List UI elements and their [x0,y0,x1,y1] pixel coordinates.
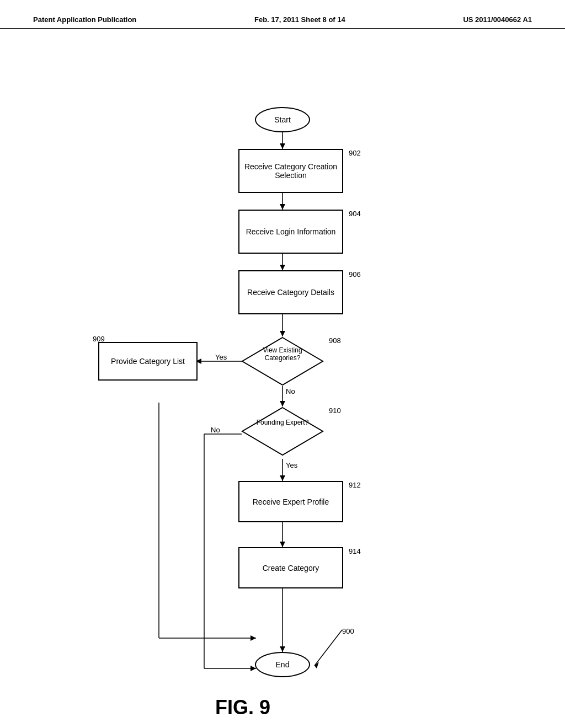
svg-marker-7 [280,331,285,336]
svg-marker-3 [280,204,285,210]
header-center: Feb. 17, 2011 Sheet 8 of 14 [254,15,345,24]
svg-line-25 [315,630,342,666]
diagram-area: Start Receive Category CreationSelection… [0,29,565,707]
ref-909: 909 [93,335,105,343]
ref-908: 908 [329,336,341,345]
ref-900: 900 [342,627,354,635]
svg-marker-5 [280,265,285,270]
node-910-diamond [241,406,324,456]
ref-904: 904 [349,210,361,218]
node-908-diamond [241,336,324,386]
node-910-container: Founding Expert? [241,406,324,456]
svg-marker-28 [242,408,323,455]
svg-marker-24 [280,646,285,652]
node-912: Receive Expert Profile [238,481,343,522]
node-902-label: Receive Category CreationSelection [244,162,337,180]
header-right: US 2011/0040662 A1 [463,15,532,24]
end-shape: End [255,652,310,677]
node-906: Receive Category Details [238,270,343,314]
svg-marker-20 [280,475,285,481]
svg-marker-11 [280,401,285,406]
svg-marker-1 [280,143,285,149]
no-label-908: No [286,387,295,395]
page-header: Patent Application Publication Feb. 17, … [0,0,565,29]
svg-marker-27 [242,338,323,385]
node-909: Provide Category List [98,342,198,381]
node-914: Create Category [238,547,343,588]
ref-910: 910 [329,406,341,415]
no-label-910: No [211,426,220,434]
svg-marker-14 [250,635,256,641]
header-left: Patent Application Publication [33,15,136,24]
yes-label-908: Yes [215,353,227,361]
node-908-container: View Existing Categories? [241,336,324,386]
ref-914: 914 [349,547,361,555]
start-shape: Start [255,107,310,132]
figure-label: FIG. 9 [215,696,270,719]
svg-marker-26 [315,662,319,668]
ref-912: 912 [349,481,361,489]
ref-906: 906 [349,270,361,279]
node-902: Receive Category CreationSelection [238,149,343,193]
svg-marker-22 [280,542,285,547]
ref-902: 902 [349,149,361,157]
node-904: Receive Login Information [238,210,343,254]
yes-label-910: Yes [286,461,297,469]
